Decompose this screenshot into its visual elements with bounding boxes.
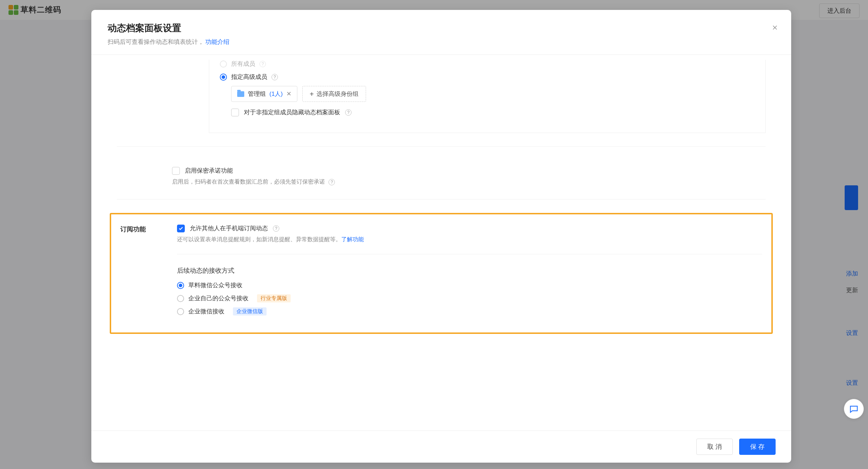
- radio-label: 草料微信公众号接收: [188, 281, 242, 289]
- chat-icon: [849, 404, 858, 413]
- confidential-section: 启用保密承诺功能 启用后，扫码者在首次查看数据汇总前，必须先签订保密承诺 ?: [163, 160, 766, 186]
- save-button[interactable]: 保 存: [739, 439, 776, 455]
- radio-icon: [177, 295, 184, 302]
- radio-wecom[interactable]: 企业微信接收 企业微信版: [177, 307, 762, 315]
- checkbox-label: 启用保密承诺功能: [185, 167, 233, 175]
- permission-group: 所有成员 ? 指定高级成员 ? 管理组 (1人) ✕ +: [209, 60, 766, 133]
- help-icon[interactable]: ?: [272, 74, 278, 80]
- help-icon[interactable]: ?: [329, 179, 335, 185]
- modal-footer: 取 消 保 存: [91, 430, 791, 463]
- chat-help-button[interactable]: [844, 399, 864, 419]
- checkbox-label: 对于非指定组成员隐藏动态档案面板: [244, 108, 340, 116]
- divider: [117, 199, 766, 199]
- hide-panel-checkbox-row[interactable]: 对于非指定组成员隐藏动态档案面板 ?: [231, 108, 751, 116]
- folder-icon: [237, 91, 244, 97]
- wecom-badge: 企业微信版: [233, 307, 267, 315]
- enable-confidential-checkbox[interactable]: 启用保密承诺功能: [172, 167, 756, 175]
- allow-subscribe-checkbox[interactable]: 允许其他人在手机端订阅动态 ?: [177, 224, 762, 232]
- radio-label: 企业微信接收: [188, 307, 224, 315]
- checkbox-label: 允许其他人在手机端订阅动态: [190, 224, 268, 232]
- select-group-label: 选择高级身份组: [316, 90, 359, 98]
- industry-badge: 行业专属版: [257, 294, 291, 302]
- modal-subtitle-text: 扫码后可查看操作动态和填表统计，: [108, 39, 204, 45]
- modal-body: 所有成员 ? 指定高级成员 ? 管理组 (1人) ✕ +: [91, 55, 791, 430]
- radio-admin-members[interactable]: 指定高级成员 ?: [220, 73, 751, 81]
- select-group-button[interactable]: + 选择高级身份组: [302, 86, 366, 102]
- plus-icon: +: [310, 91, 314, 98]
- radio-label: 企业自己的公众号接收: [188, 294, 249, 302]
- help-icon[interactable]: ?: [259, 61, 266, 67]
- confidential-desc: 启用后，扫码者在首次查看数据汇总前，必须先签订保密承诺 ?: [172, 178, 756, 186]
- subscribe-desc: 还可以设置表单消息提醒规则，如新消息提醒、异常数据提醒等。了解功能: [177, 236, 762, 243]
- help-icon[interactable]: ?: [345, 109, 352, 116]
- modal-header: 动态档案面板设置 扫码后可查看操作动态和填表统计，功能介绍: [91, 10, 791, 55]
- remove-chip-button[interactable]: ✕: [286, 90, 291, 98]
- checkbox-icon: [172, 167, 180, 175]
- settings-modal: 动态档案面板设置 扫码后可查看操作动态和填表统计，功能介绍 所有成员 ? 指定高…: [91, 10, 791, 463]
- checkbox-icon-checked: [177, 225, 185, 232]
- close-icon: [772, 24, 778, 31]
- radio-label: 所有成员: [231, 60, 255, 68]
- learn-more-link[interactable]: 了解功能: [341, 236, 364, 242]
- radio-label: 指定高级成员: [231, 73, 267, 81]
- cancel-button[interactable]: 取 消: [696, 439, 733, 455]
- radio-all-members[interactable]: 所有成员 ?: [220, 60, 751, 68]
- radio-icon: [177, 308, 184, 315]
- divider: [177, 254, 762, 254]
- close-button[interactable]: [770, 23, 780, 33]
- modal-subtitle: 扫码后可查看操作动态和填表统计，功能介绍: [108, 38, 775, 46]
- feature-intro-link[interactable]: 功能介绍: [205, 39, 229, 45]
- radio-enterprise-wechat[interactable]: 企业自己的公众号接收 行业专属版: [177, 294, 762, 302]
- checkbox-icon: [231, 109, 239, 116]
- radio-icon: [220, 60, 227, 68]
- radio-caoliao-wechat[interactable]: 草料微信公众号接收: [177, 281, 762, 289]
- radio-icon-checked: [220, 74, 227, 81]
- divider: [117, 146, 766, 147]
- subscribe-section: 订阅功能 允许其他人在手机端订阅动态 ? 还可以设置表单消息提醒规则，如新消息提…: [118, 224, 764, 320]
- receive-method-heading: 后续动态的接收方式: [177, 266, 762, 275]
- section-label: 订阅功能: [120, 224, 170, 320]
- group-chip-count: (1人): [269, 90, 283, 98]
- group-chip-label: 管理组: [248, 90, 266, 98]
- group-chip: 管理组 (1人) ✕: [231, 86, 297, 102]
- modal-title: 动态档案面板设置: [108, 22, 775, 34]
- radio-icon-checked: [177, 282, 184, 289]
- subscribe-highlight-box: 订阅功能 允许其他人在手机端订阅动态 ? 还可以设置表单消息提醒规则，如新消息提…: [110, 213, 773, 334]
- help-icon[interactable]: ?: [273, 225, 279, 232]
